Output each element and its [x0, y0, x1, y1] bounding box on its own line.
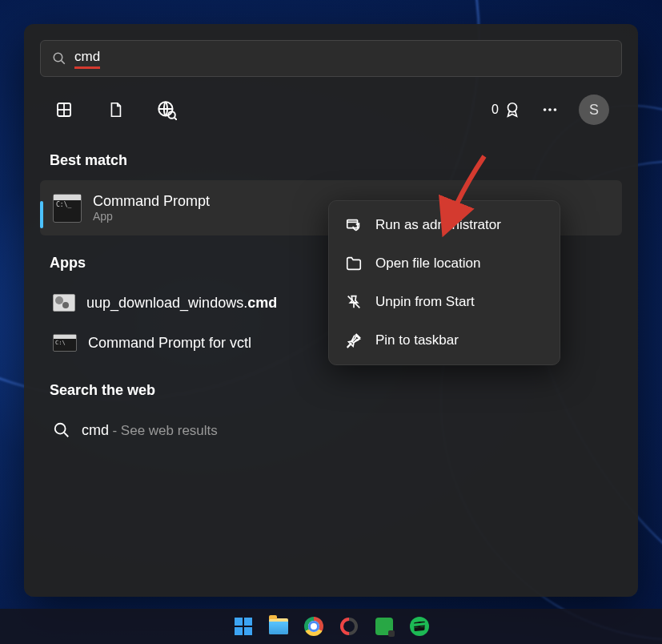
ctx-label: Unpin from Start — [375, 294, 475, 310]
ctx-open-file-location[interactable]: Open file location — [334, 244, 555, 283]
command-prompt-icon: C:\_ — [53, 194, 82, 223]
chrome-icon — [304, 617, 323, 636]
context-menu: Run as administrator Open file location … — [328, 200, 560, 365]
start-button[interactable] — [231, 614, 256, 639]
app-green-button[interactable] — [371, 614, 397, 639]
chrome-button[interactable] — [301, 614, 327, 639]
web-search-result[interactable]: cmd - See web results — [40, 410, 622, 450]
svg-point-10 — [548, 108, 552, 111]
medal-icon — [504, 101, 521, 119]
apps-filter-icon[interactable] — [53, 99, 75, 121]
admin-shield-icon — [345, 216, 363, 234]
search-icon — [52, 51, 66, 66]
ctx-run-as-administrator[interactable]: Run as administrator — [334, 206, 555, 244]
web-hint: - See web results — [112, 423, 217, 438]
svg-line-7 — [175, 118, 177, 120]
ring-icon — [340, 618, 358, 635]
ctx-label: Open file location — [375, 256, 480, 272]
search-icon — [53, 421, 70, 439]
spotify-button[interactable] — [407, 614, 432, 639]
windows-logo-icon — [235, 618, 252, 635]
filter-row: 0 S — [40, 77, 622, 133]
more-options-icon[interactable] — [539, 99, 561, 121]
app-ring-button[interactable] — [336, 614, 362, 639]
user-avatar[interactable]: S — [579, 95, 609, 125]
folder-icon — [345, 255, 363, 272]
svg-point-8 — [508, 103, 517, 112]
taskbar — [0, 609, 662, 644]
avatar-initial: S — [589, 102, 599, 119]
svg-line-1 — [62, 61, 65, 64]
svg-point-12 — [55, 424, 66, 434]
documents-filter-icon[interactable] — [104, 99, 126, 121]
app-result-label: Command Prompt for vctl — [88, 335, 251, 352]
svg-point-0 — [54, 53, 62, 62]
ctx-unpin-from-start[interactable]: Unpin from Start — [334, 283, 555, 321]
file-explorer-button[interactable] — [266, 614, 291, 639]
ctx-pin-to-taskbar[interactable]: Pin to taskbar — [334, 321, 555, 360]
unpin-icon — [345, 293, 363, 311]
web-filter-icon[interactable] — [155, 99, 178, 121]
search-query-text: cmd — [74, 49, 100, 69]
batch-file-icon — [53, 294, 75, 312]
rewards-badge[interactable]: 0 — [491, 101, 521, 119]
app-result-label: uup_download_windows.cmd — [86, 295, 277, 312]
folder-icon — [269, 618, 288, 634]
svg-point-11 — [554, 108, 557, 111]
spotify-icon — [410, 617, 429, 636]
section-best-match: Best match — [40, 133, 622, 180]
selection-indicator — [40, 201, 43, 228]
svg-point-9 — [544, 108, 547, 111]
svg-line-13 — [64, 433, 68, 437]
pin-icon — [345, 332, 363, 349]
web-query: cmd — [82, 422, 109, 438]
ctx-label: Run as administrator — [375, 217, 501, 233]
green-app-icon — [375, 618, 393, 635]
section-search-web: Search the web — [40, 363, 622, 410]
result-subtitle: App — [93, 210, 210, 223]
rewards-count: 0 — [491, 103, 499, 117]
result-title: Command Prompt — [93, 193, 210, 210]
command-prompt-icon — [53, 334, 77, 352]
search-box[interactable]: cmd — [40, 40, 622, 77]
ctx-label: Pin to taskbar — [375, 332, 459, 348]
